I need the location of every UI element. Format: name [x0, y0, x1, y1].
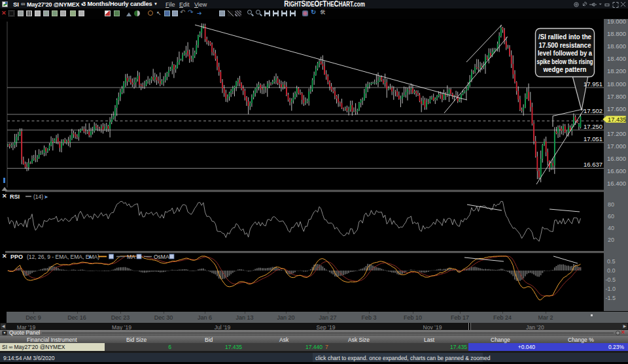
- svg-text:➤: ➤: [44, 194, 48, 200]
- svg-text:18.200: 18.200: [607, 67, 626, 74]
- svg-text:16.800: 16.800: [607, 155, 626, 162]
- svg-text:80: 80: [608, 201, 614, 208]
- svg-text:➤: ➤: [88, 254, 92, 260]
- svg-text:17.250: 17.250: [584, 123, 602, 130]
- svg-text:17.500 resistance: 17.500 resistance: [539, 42, 591, 49]
- svg-text:/SI rallied into the: /SI rallied into the: [538, 33, 591, 41]
- svg-text:OsMA: OsMA: [154, 254, 169, 260]
- svg-text:MA: MA: [127, 254, 135, 260]
- svg-text:16.637: 16.637: [584, 161, 602, 168]
- svg-text:RSI: RSI: [10, 193, 20, 200]
- svg-text:spike below this rising: spike below this rising: [537, 58, 593, 65]
- svg-text:✕: ✕: [2, 253, 7, 259]
- svg-text:18.800: 18.800: [607, 30, 626, 37]
- svg-text:18.000: 18.000: [607, 80, 626, 88]
- svg-text:17.000: 17.000: [607, 142, 626, 150]
- svg-text:17.435: 17.435: [608, 116, 626, 123]
- svg-text:17.800: 17.800: [607, 93, 626, 100]
- svg-text:PPO: PPO: [10, 254, 23, 260]
- svg-text:wedge pattern: wedge pattern: [543, 66, 587, 73]
- svg-text:18.400: 18.400: [607, 55, 626, 62]
- svg-text:17.502: 17.502: [584, 107, 602, 114]
- svg-text:(14): (14): [33, 193, 43, 200]
- svg-text:20: 20: [608, 237, 614, 243]
- svg-text:level followed by a: level followed by a: [538, 50, 592, 57]
- svg-text:-0.5: -0.5: [606, 276, 616, 283]
- svg-text:-1.0: -1.0: [606, 286, 616, 292]
- svg-text:17.051: 17.051: [584, 135, 602, 142]
- svg-text:17.200: 17.200: [607, 130, 626, 137]
- svg-text:✕: ✕: [2, 193, 7, 199]
- svg-text:16.600: 16.600: [607, 167, 626, 174]
- svg-text:0.5: 0.5: [607, 258, 616, 265]
- svg-text:17.600: 17.600: [607, 105, 626, 112]
- svg-text:19.000: 19.000: [607, 18, 626, 25]
- svg-text:0.0: 0.0: [607, 267, 616, 274]
- svg-text:18.600: 18.600: [607, 42, 626, 50]
- svg-text:16.400: 16.400: [607, 180, 626, 187]
- svg-text:-1.5: -1.5: [606, 295, 616, 301]
- svg-text:60: 60: [608, 213, 614, 220]
- svg-text:17.951: 17.951: [584, 80, 602, 88]
- svg-text:40: 40: [608, 225, 614, 231]
